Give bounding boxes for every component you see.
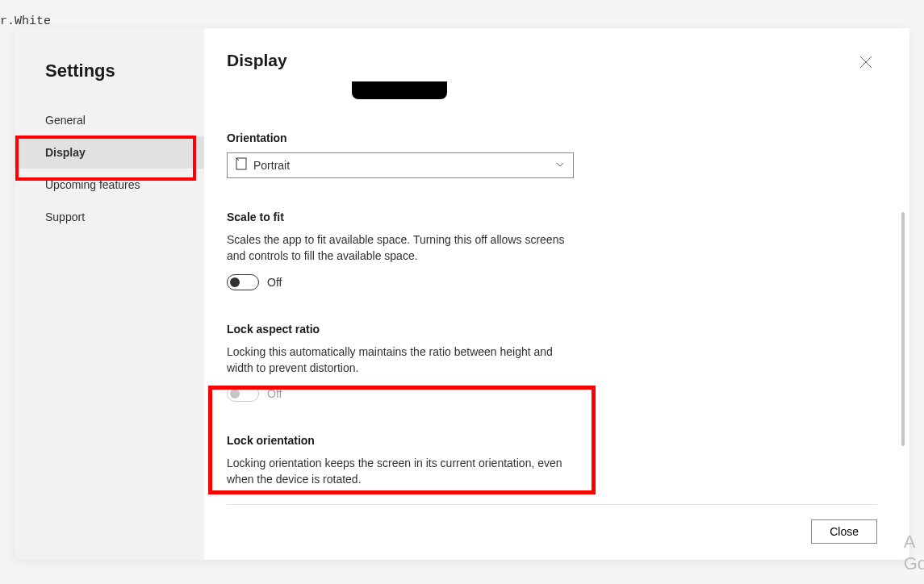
lock-aspect-toggle <box>227 386 259 402</box>
close-icon[interactable] <box>855 51 877 77</box>
lock-aspect-section: Lock aspect ratio Locking this automatic… <box>227 323 877 403</box>
main-panel: Display Orientation Portrait <box>204 28 909 560</box>
sidebar-item-general[interactable]: General <box>15 104 204 136</box>
orientation-label: Orientation <box>227 131 877 144</box>
device-preview <box>352 81 447 99</box>
lock-aspect-state: Off <box>267 387 282 400</box>
sidebar-title: Settings <box>15 60 204 104</box>
page-title: Display <box>227 51 287 70</box>
sidebar-item-support[interactable]: Support <box>15 201 204 233</box>
scale-to-fit-state: Off <box>267 276 282 289</box>
orientation-section: Orientation Portrait <box>227 131 877 178</box>
settings-modal: Settings General Display Upcoming featur… <box>15 28 909 560</box>
sidebar-item-upcoming-features[interactable]: Upcoming features <box>15 169 204 201</box>
scrollbar[interactable] <box>901 212 905 446</box>
modal-footer: Close <box>227 504 877 544</box>
breadcrumb-text: r.White <box>0 15 51 28</box>
lock-orientation-section: Lock orientation Locking orientation kee… <box>227 434 877 493</box>
scale-to-fit-label: Scale to fit <box>227 211 877 223</box>
scale-to-fit-desc: Scales the app to fit available space. T… <box>227 232 574 265</box>
orientation-select[interactable]: Portrait <box>227 152 574 178</box>
lock-aspect-desc: Locking this automatically maintains the… <box>227 344 574 377</box>
sidebar: Settings General Display Upcoming featur… <box>15 28 204 560</box>
sidebar-item-display[interactable]: Display <box>15 136 204 169</box>
lock-orientation-label: Lock orientation <box>227 434 877 447</box>
lock-aspect-label: Lock aspect ratio <box>227 323 877 336</box>
chevron-down-icon <box>555 158 565 173</box>
lock-orientation-desc: Locking orientation keeps the screen in … <box>227 455 574 488</box>
scale-to-fit-section: Scale to fit Scales the app to fit avail… <box>227 211 877 290</box>
close-button[interactable]: Close <box>811 519 877 544</box>
portrait-icon <box>236 157 247 173</box>
orientation-value: Portrait <box>253 159 290 172</box>
scale-to-fit-toggle[interactable] <box>227 274 259 290</box>
